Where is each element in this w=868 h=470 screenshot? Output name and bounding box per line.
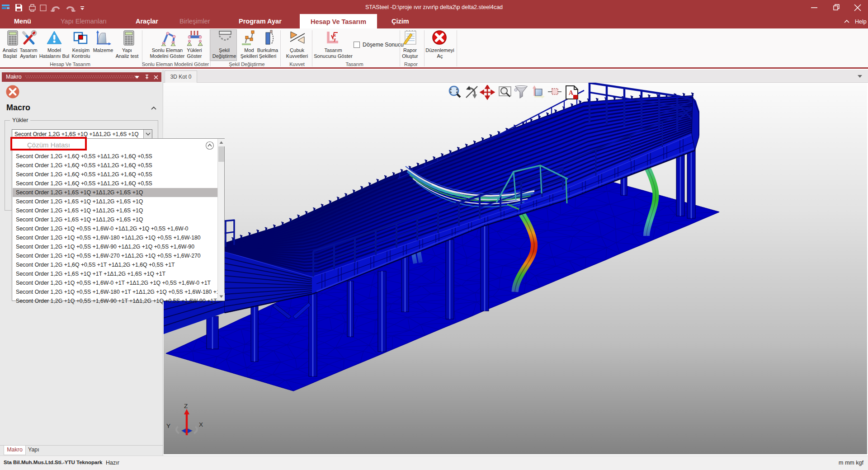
svg-text:Z: Z xyxy=(184,403,188,409)
svg-text:y: y xyxy=(334,37,336,42)
svg-text:Y: Y xyxy=(166,423,170,429)
svg-text:A: A xyxy=(569,89,574,96)
svg-text:X: X xyxy=(199,421,203,428)
